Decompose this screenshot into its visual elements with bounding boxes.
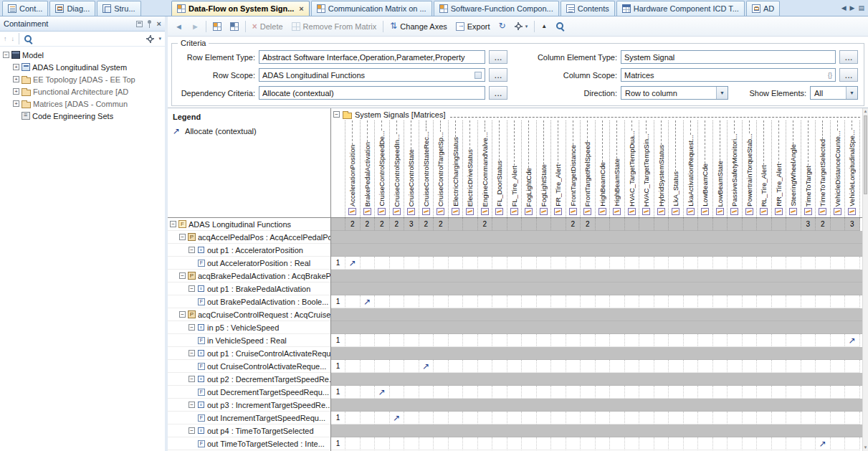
matrix-cell[interactable]: 2 bbox=[361, 218, 376, 231]
matrix-cell[interactable]: ↗ bbox=[361, 295, 376, 308]
matrix-cell[interactable] bbox=[551, 412, 566, 424]
matrix-cell[interactable] bbox=[478, 334, 493, 347]
matrix-cell[interactable] bbox=[404, 334, 419, 347]
matrix-cell[interactable] bbox=[507, 412, 523, 424]
matrix-cell[interactable] bbox=[757, 360, 772, 373]
matrix-cell[interactable] bbox=[419, 334, 434, 347]
column-header[interactable]: LowBeamState bbox=[713, 120, 728, 217]
matrix-cell[interactable] bbox=[551, 437, 566, 450]
matrix-cell[interactable] bbox=[639, 437, 654, 450]
matrix-vertical-scrollbar[interactable]: ▲ ▼ bbox=[862, 108, 868, 451]
column-header[interactable]: RR_Tire_Alert bbox=[772, 120, 787, 217]
matrix-cell[interactable] bbox=[610, 412, 625, 424]
matrix-cell[interactable] bbox=[654, 257, 669, 270]
matrix-cell[interactable] bbox=[684, 257, 699, 270]
matrix-cell[interactable] bbox=[669, 360, 684, 373]
matrix-cell[interactable] bbox=[596, 257, 611, 270]
matrix-cell[interactable] bbox=[845, 257, 860, 270]
matrix-cell[interactable] bbox=[390, 257, 405, 270]
matrix-cell[interactable] bbox=[610, 257, 625, 270]
matrix-cell[interactable] bbox=[404, 412, 419, 424]
find-button[interactable] bbox=[553, 20, 567, 32]
matrix-cell[interactable] bbox=[404, 386, 419, 399]
matrix-cell[interactable] bbox=[713, 218, 728, 231]
matrix-cell[interactable] bbox=[728, 295, 743, 308]
expander-icon[interactable]: − bbox=[333, 111, 340, 118]
matrix-cell[interactable] bbox=[610, 295, 625, 308]
matrix-cell[interactable] bbox=[492, 295, 507, 308]
matrix-cell[interactable] bbox=[390, 334, 405, 347]
matrix-cell[interactable] bbox=[772, 295, 787, 308]
matrix-cell[interactable] bbox=[669, 386, 684, 399]
direction-select[interactable]: Row to column ▼ bbox=[621, 86, 728, 100]
matrix-row-header[interactable]: −acqCruiseControlRequest : AcqCruiseC... bbox=[168, 308, 330, 321]
matrix-cell[interactable] bbox=[419, 295, 434, 308]
matrix-cell[interactable]: 3 bbox=[404, 218, 419, 231]
expander-icon[interactable]: − bbox=[179, 272, 186, 279]
matrix-cell[interactable] bbox=[610, 437, 625, 450]
matrix-cell[interactable] bbox=[537, 386, 552, 399]
matrix-cell[interactable]: 2 bbox=[419, 218, 434, 231]
tree-item[interactable]: +EE Topology [ADAS - EE Top bbox=[0, 73, 165, 85]
matrix-cell[interactable] bbox=[449, 437, 464, 450]
matrix-cell[interactable] bbox=[596, 360, 611, 373]
matrix-cell[interactable] bbox=[698, 437, 713, 450]
expander-icon[interactable]: − bbox=[189, 427, 195, 434]
expander-icon[interactable]: − bbox=[189, 350, 195, 356]
matrix-cell[interactable] bbox=[669, 412, 684, 424]
scroll-tabs-right-icon[interactable]: ▶ bbox=[850, 4, 855, 11]
column-header[interactable]: FL_DoorStatus bbox=[492, 120, 507, 217]
matrix-cell[interactable] bbox=[625, 360, 640, 373]
matrix-cell[interactable] bbox=[757, 295, 772, 308]
matrix-cell[interactable] bbox=[537, 218, 552, 231]
matrix-cell[interactable] bbox=[449, 334, 464, 347]
matrix-cell[interactable] bbox=[434, 360, 449, 373]
matrix-cell[interactable] bbox=[772, 257, 787, 270]
matrix-cell[interactable] bbox=[698, 218, 713, 231]
matrix-cell[interactable] bbox=[831, 386, 846, 399]
matrix-cell[interactable]: ↗ bbox=[375, 386, 390, 399]
panel-tab-cont[interactable]: Cont... bbox=[2, 1, 48, 16]
matrix-cell[interactable] bbox=[507, 257, 523, 270]
matrix-cell[interactable] bbox=[713, 295, 728, 308]
matrix-cell[interactable] bbox=[463, 218, 478, 231]
matrix-cell[interactable] bbox=[566, 257, 581, 270]
collapse-all-icon[interactable]: ↑ bbox=[4, 35, 7, 42]
matrix-cell[interactable] bbox=[743, 412, 758, 424]
matrix-cell[interactable] bbox=[478, 386, 493, 399]
matrix-cell[interactable] bbox=[728, 218, 743, 231]
matrix-cell[interactable] bbox=[404, 360, 419, 373]
matrix-cell[interactable] bbox=[463, 437, 478, 450]
expander-icon[interactable]: − bbox=[179, 234, 186, 240]
matrix-cell[interactable] bbox=[625, 386, 640, 399]
matrix-cell[interactable] bbox=[845, 295, 860, 308]
matrix-cell[interactable] bbox=[463, 295, 478, 308]
matrix-cell[interactable] bbox=[801, 437, 816, 450]
matrix-cell[interactable]: 2 bbox=[566, 218, 581, 231]
matrix-cell[interactable] bbox=[698, 334, 713, 347]
matrix-cell[interactable] bbox=[404, 437, 419, 450]
related-elements-button[interactable] bbox=[211, 21, 224, 32]
matrix-row-header[interactable]: −acqAccelPedalPos : AcqAccelPedalPos bbox=[168, 231, 330, 244]
matrix-cell[interactable] bbox=[478, 437, 493, 450]
matrix-cell[interactable] bbox=[684, 334, 699, 347]
matrix-cell[interactable] bbox=[449, 386, 464, 399]
matrix-cell[interactable] bbox=[625, 257, 640, 270]
matrix-cell[interactable] bbox=[361, 360, 376, 373]
edit-matrix-button[interactable] bbox=[228, 21, 241, 32]
matrix-cell[interactable] bbox=[816, 295, 831, 308]
matrix-cell[interactable] bbox=[390, 295, 405, 308]
matrix-cell[interactable] bbox=[728, 360, 743, 373]
matrix-cell[interactable] bbox=[596, 295, 611, 308]
scrollbar-thumb[interactable] bbox=[864, 115, 867, 194]
column-header[interactable]: HVAC_TargetTempDua... bbox=[625, 120, 640, 217]
matrix-cell[interactable] bbox=[566, 360, 581, 373]
editor-tab[interactable]: Data-Flow on System Sign...× bbox=[171, 1, 310, 16]
matrix-cell[interactable] bbox=[492, 412, 507, 424]
column-header[interactable]: EngineCommandValve... bbox=[478, 120, 493, 217]
column-header[interactable]: FR_Tire_Alert bbox=[551, 120, 566, 217]
editor-tab[interactable]: AD bbox=[746, 1, 780, 16]
matrix-cell[interactable] bbox=[684, 412, 699, 424]
matrix-cell[interactable] bbox=[345, 437, 361, 450]
export-button[interactable]: Export bbox=[454, 21, 492, 32]
